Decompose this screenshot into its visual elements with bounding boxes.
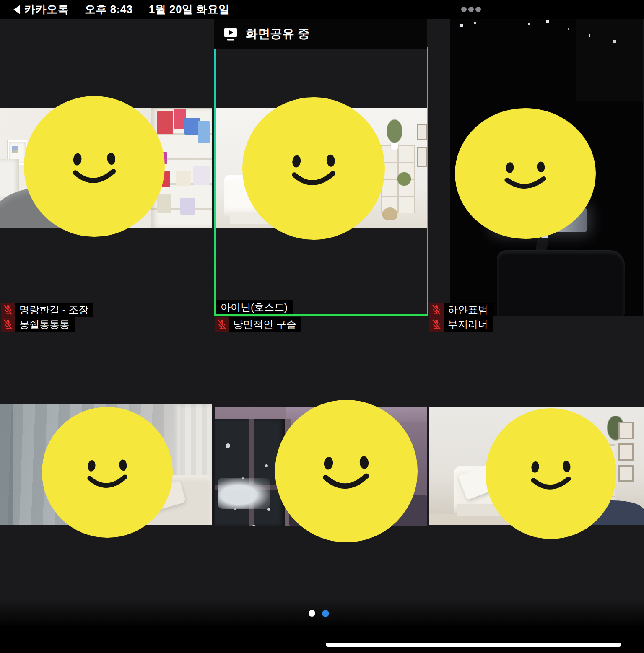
decor-plant-pot [391,143,398,150]
participant-label: 낭만적인 구슬 [215,317,301,332]
participant-name: 명랑한길 - 조장 [15,303,93,317]
decor-window-mullion [249,419,254,526]
participant-name: 부지러너 [444,317,493,332]
participant-label: 몽쉘통통통 [1,317,75,332]
decor-lit-reflection [218,478,270,509]
participant-name: 아이닌(호스트) [216,300,293,314]
mic-muted-icon [1,303,15,317]
mic-muted-icon [215,317,229,332]
decor-window-lights [460,24,463,27]
participant-label: 하얀표범 [429,303,493,317]
back-arrow-icon [13,5,20,14]
screen-share-banner[interactable]: 화면공유 중 [214,19,427,49]
smiley-face-sticker [486,408,616,539]
participant-name: 낭만적인 구슬 [229,317,301,332]
participant-label-host: 아이닌(호스트) [216,300,293,314]
smiley-face-sticker [24,96,165,237]
screen-share-label: 화면공유 중 [246,26,310,42]
mic-muted-icon [429,303,444,317]
decor-plant [385,119,404,145]
decor-wall-frames [616,422,636,485]
back-app-name: 카카오톡 [24,2,69,17]
back-to-app-breadcrumb[interactable]: 카카오톡 [13,2,69,17]
dot [468,7,474,12]
status-bar: 카카오톡 오후 8:43 1월 20일 화요일 [0,0,644,19]
participant-label: 명랑한길 - 조장 [1,303,93,317]
participant-label: 부지러너 [429,317,493,332]
decor-snowflake-decals [226,443,230,448]
participant-name: 몽쉘통통통 [15,317,75,332]
dot [461,7,467,12]
dot [475,7,481,12]
multitask-indicator-icon[interactable] [461,7,481,12]
decor-building-silhouette [576,19,643,101]
page-dot-inactive[interactable] [309,610,315,617]
page-dot-active[interactable] [322,610,329,617]
page-indicator[interactable] [309,608,334,619]
smiley-face-sticker [242,97,385,240]
mic-muted-icon [429,317,444,332]
smiley-face-sticker [275,400,418,542]
bottom-bar [0,626,644,653]
status-time: 오후 8:43 [85,2,133,17]
status-date: 1월 20일 화요일 [149,2,230,17]
decor-wall-shadow [0,404,13,525]
smiley-face-sticker [455,108,596,239]
decor-car-silhouette [497,250,625,316]
mic-muted-icon [1,317,15,332]
smiley-face-sticker [42,407,173,538]
home-indicator[interactable] [326,643,621,647]
participant-name: 하얀표범 [444,303,493,317]
screen-share-icon [223,27,238,41]
video-call-gallery-screen: 카카오톡 오후 8:43 1월 20일 화요일 [0,0,644,653]
decor-wall-frames [417,124,427,173]
decor-plant [396,171,413,187]
